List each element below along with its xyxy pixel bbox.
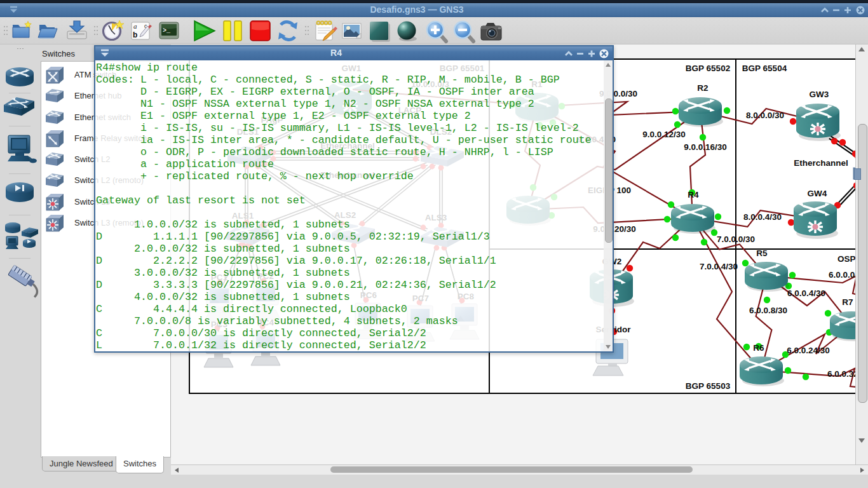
svg-text:BGP 65502: BGP 65502: [686, 64, 730, 73]
svg-text:6.0.0.24/30: 6.0.0.24/30: [787, 346, 830, 355]
svg-text:9.0.0.16/30: 9.0.0.16/30: [684, 142, 727, 152]
svg-text:b: b: [133, 30, 137, 39]
svg-text:GW3: GW3: [810, 90, 829, 99]
svg-text:a: a: [133, 22, 137, 30]
svg-text:GW4: GW4: [808, 189, 827, 198]
svg-text:7.0.0.4/30: 7.0.0.4/30: [700, 262, 738, 271]
svg-text:6.0.0.32/30: 6.0.0.32/30: [827, 369, 855, 379]
svg-text:OSPF 1: OSPF 1: [837, 254, 855, 264]
svg-text:6.0.0.8/30: 6.0.0.8/30: [749, 306, 787, 315]
svg-text:R4: R4: [688, 190, 699, 200]
svg-text:6.0.0.4/30: 6.0.0.4/30: [787, 288, 825, 298]
svg-text:>_: >_: [163, 27, 171, 34]
svg-text:R2: R2: [697, 83, 708, 93]
svg-text:R6: R6: [753, 343, 764, 353]
svg-text:8.0.0.4/30: 8.0.0.4/30: [743, 212, 782, 222]
svg-text:BGP 65504: BGP 65504: [742, 64, 787, 73]
svg-text:Etherchannel: Etherchannel: [794, 158, 848, 168]
svg-text:R5: R5: [756, 248, 768, 258]
svg-text:9.0.0.12/30: 9.0.0.12/30: [642, 130, 686, 139]
svg-text:R7: R7: [842, 297, 853, 307]
svg-text:6.0.0.0/30: 6.0.0.0/30: [829, 270, 855, 280]
svg-text:7.0.0.0/30: 7.0.0.0/30: [717, 234, 755, 244]
svg-text:8.0.0.0/30: 8.0.0.0/30: [746, 111, 784, 120]
svg-text:BGP 65503: BGP 65503: [686, 381, 731, 391]
